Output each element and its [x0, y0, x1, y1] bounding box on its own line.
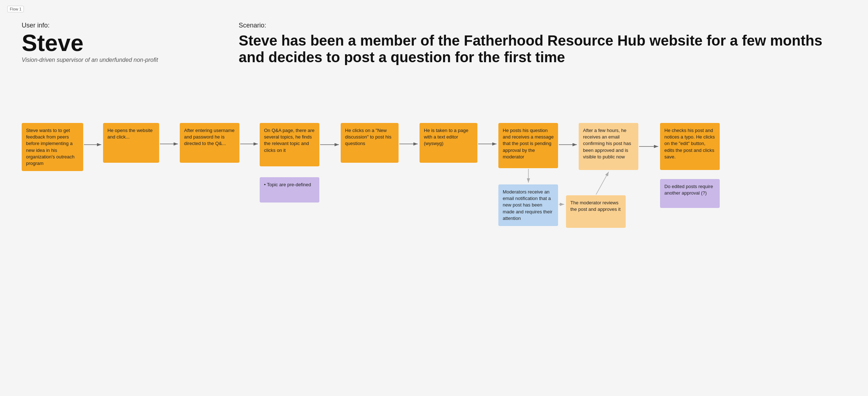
flow-box-3: After entering username and password he … [180, 123, 239, 163]
flow-label: Flow 1 [7, 6, 24, 12]
flow-box-9: He checks his post and notices a typo. H… [660, 123, 720, 170]
flow-box-9-note: Do edited posts require another approval… [660, 179, 720, 208]
user-subtitle: Vision-driven supervisor of an underfund… [22, 57, 158, 63]
scenario-text: Steve has been a member of the Fatherhoo… [239, 32, 846, 65]
user-info-label: User info: [22, 22, 158, 29]
flow-box-1: Steve wants to to get feedback from peer… [22, 123, 83, 171]
flow-box-5: He clicks on a "New discussion" to post … [341, 123, 399, 163]
flow-box-4-note: • Topic are pre-defined [260, 177, 319, 203]
flow-box-8: After a few hours, he receives an email … [579, 123, 638, 170]
user-info-section: User info: Steve Vision-driven superviso… [22, 22, 158, 63]
svg-line-12 [596, 172, 609, 195]
flow-box-7-note: Moderators receive an email notification… [498, 184, 558, 226]
flow-box-7: He posts his question and receives a mes… [498, 123, 558, 168]
flow-box-4: On Q&A page, there are several topics, h… [260, 123, 319, 166]
flow-box-8-note: The moderator reviews the post and appro… [566, 195, 626, 228]
flow-box-6: He is taken to a page with a text editor… [420, 123, 477, 163]
user-name: Steve [22, 31, 158, 55]
flow-box-2: He opens the website and click... [103, 123, 159, 163]
scenario-section: Scenario: Steve has been a member of the… [239, 22, 846, 65]
scenario-label: Scenario: [239, 22, 846, 29]
